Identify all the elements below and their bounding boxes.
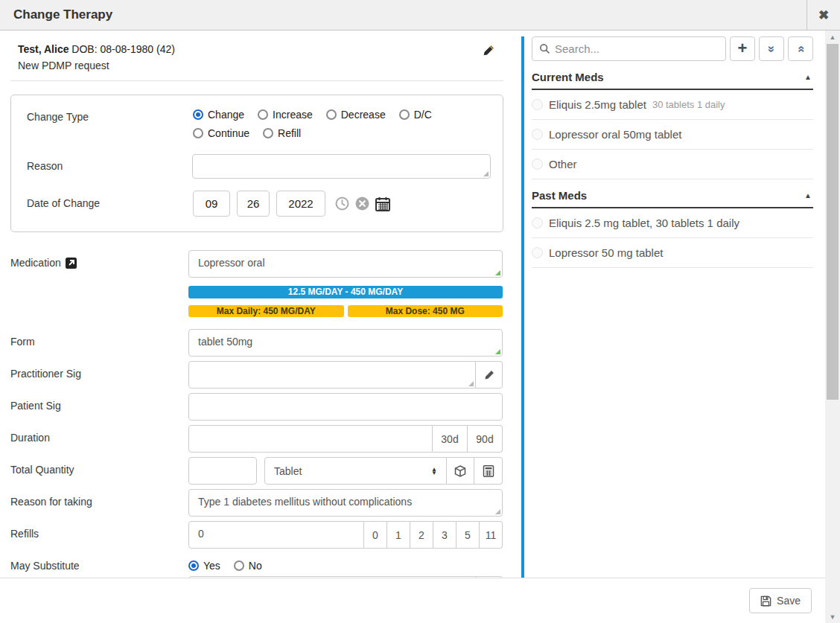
medication-label: Medication [10,257,61,269]
med-item-lopressor-past[interactable]: Lopressor 50 mg tablet [532,238,813,268]
med-radio-icon [532,129,543,140]
patient-name: Test, Alice [18,43,69,55]
may-substitute-label: May Substitute [10,560,80,572]
radio-icon [193,109,203,120]
date-month-input[interactable]: 09 [193,191,230,217]
total-quantity-label: Total Quantity [10,464,74,476]
duration-input[interactable] [188,425,433,453]
duration-label: Duration [10,432,50,444]
medication-textarea[interactable]: Lopressor oral [188,250,503,278]
reason-label: Reason [27,154,192,179]
pdmp-request-link[interactable]: New PDMP request [18,60,503,71]
meds-search-input[interactable] [555,42,719,55]
refills-input[interactable]: 0 [188,521,364,549]
add-med-button[interactable]: + [730,36,755,61]
radio-option-refill[interactable]: Refill [263,127,301,139]
clock-icon [335,197,349,211]
open-calendar-button[interactable] [375,197,390,211]
radio-option-increase[interactable]: Increase [258,109,313,121]
reason-for-taking-label: Reason for taking [10,496,92,508]
radio-option-dc[interactable]: D/C [399,109,432,121]
dialog-title: Change Therapy [0,7,806,22]
edit-sig-button[interactable] [476,361,503,389]
reason-for-taking-textarea[interactable]: Type 1 diabetes mellitus without complic… [188,489,503,517]
radio-icon [193,128,203,138]
save-button[interactable]: Save [749,588,812,613]
pencil-icon [484,370,494,380]
radio-icon [258,109,268,120]
collapse-section-icon[interactable]: ▲ [804,191,812,199]
substitute-yes-option[interactable]: Yes [188,560,220,572]
date-day-input[interactable]: 26 [237,191,270,217]
radio-icon [188,560,199,571]
patient-dob: DOB: 08-08-1980 (42) [71,43,175,55]
save-icon [760,595,771,607]
radio-option-change[interactable]: Change [193,109,244,121]
change-therapy-dialog: Change Therapy ✖ Test, Alice DOB: 08-08-… [0,0,840,623]
refills-label: Refills [10,528,39,540]
medication-lookup-button[interactable] [66,258,77,269]
date-of-change-controls: 09 26 2022 [193,191,390,217]
max-daily-badge: Max Daily: 450 MG/DAY [188,305,344,317]
radio-option-decrease[interactable]: Decrease [326,109,386,121]
refills-1-button[interactable]: 1 [387,521,410,549]
expand-all-button[interactable]: » [759,36,784,61]
date-of-change-label: Date of Change [27,191,193,217]
collapse-all-button[interactable]: » [788,36,813,61]
reason-textarea[interactable] [192,154,491,179]
close-icon: ✖ [818,7,829,23]
refills-3-button[interactable]: 3 [433,521,456,549]
duration-30d-button[interactable]: 30d [433,425,468,453]
vertical-scrollbar[interactable]: ▲ ▼ [825,31,840,623]
scrollbar-thumb[interactable] [827,44,839,400]
med-radio-icon [532,217,543,229]
package-button[interactable] [447,457,474,485]
radio-icon [263,128,273,138]
set-current-time-button[interactable] [335,197,349,211]
refills-0-button[interactable]: 0 [364,521,387,549]
date-year-input[interactable]: 2022 [276,191,325,217]
dialog-body: Test, Alice DOB: 08-08-1980 (42) New PDM… [0,31,825,578]
med-item-eliquis-past[interactable]: Eliquis 2.5 mg tablet, 30 tablets 1 dail… [532,208,813,238]
current-meds-header[interactable]: Current Meds ▲ [532,61,813,90]
past-meds-header[interactable]: Past Meds ▲ [532,179,813,208]
patient-sig-input[interactable] [188,393,503,421]
pencil-icon [483,45,494,57]
refills-11-button[interactable]: 11 [480,521,503,549]
total-quantity-input[interactable] [188,457,257,485]
max-dose-badge: Max Dose: 450 MG [348,305,503,317]
radio-option-continue[interactable]: Continue [193,127,249,139]
collapse-section-icon[interactable]: ▲ [804,73,812,81]
scroll-down-arrow-icon[interactable]: ▼ [825,610,840,623]
substitute-no-option[interactable]: No [234,560,262,572]
duration-90d-button[interactable]: 90d [468,425,503,453]
external-link-icon [66,258,77,269]
practitioner-sig-textarea[interactable] [188,361,476,389]
quantity-unit-select[interactable]: Tablet ▲▼ [264,457,447,485]
dialog-header: Change Therapy ✖ [0,0,840,31]
meds-sidebar: + » » Current Meds ▲ Eliquis 2.5mg table… [521,36,813,578]
refills-5-button[interactable]: 5 [456,521,480,549]
sidebar-toolbar: + » » [532,36,813,61]
patient-sig-label: Patient Sig [10,400,61,412]
practitioner-sig-label: Practitioner Sig [10,368,81,380]
form-textarea[interactable]: tablet 50mg [188,329,503,357]
prescription-form: Test, Alice DOB: 08-08-1980 (42) New PDM… [0,31,514,578]
clear-date-button[interactable] [355,197,369,211]
med-item-eliquis-current[interactable]: Eliquis 2.5mg tablet 30 tablets 1 daily [532,90,813,120]
edit-patient-button[interactable] [483,45,494,57]
med-item-other[interactable]: Other [532,150,813,179]
calculator-button[interactable] [474,457,503,485]
radio-icon [399,109,410,120]
med-radio-icon [532,159,543,170]
refills-2-button[interactable]: 2 [410,521,433,549]
calendar-icon [375,197,390,211]
med-item-lopressor-current[interactable]: Lopressor oral 50mg tablet [532,120,813,150]
close-button[interactable]: ✖ [806,0,840,31]
meds-search-field[interactable] [532,36,726,61]
med-radio-icon [532,99,543,110]
past-meds-title: Past Meds [532,189,587,202]
current-meds-title: Current Meds [532,71,604,83]
scroll-up-arrow-icon[interactable]: ▲ [825,31,840,43]
calculator-icon [483,465,494,477]
